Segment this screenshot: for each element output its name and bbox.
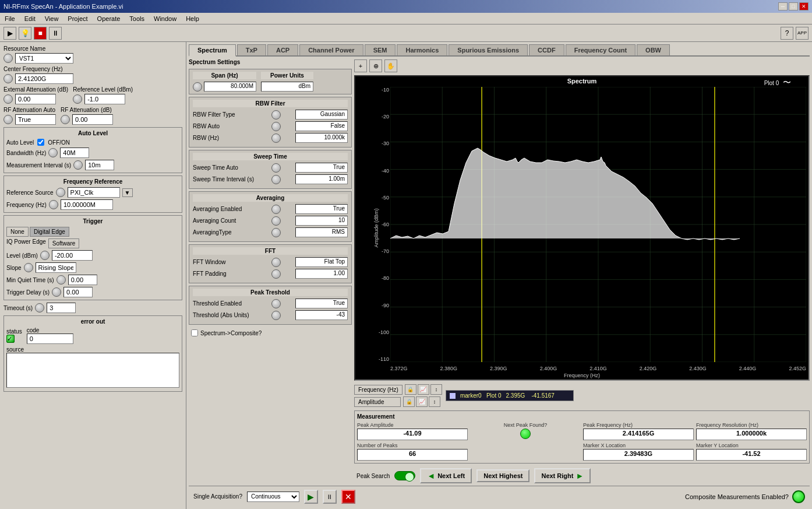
slope-input[interactable]: Rising Slope [36,262,76,273]
avg-type-value[interactable]: RMS [295,227,348,237]
fft-padding-knob[interactable] [271,269,281,279]
pause-button[interactable]: ⏸ [49,27,62,40]
ref-source-knob[interactable] [56,188,65,197]
run-button[interactable]: ▶ [304,490,318,504]
rbw-hz-value[interactable]: 10.000k [295,133,348,143]
menu-file[interactable]: File [2,15,17,23]
threshold-abs-knob[interactable] [271,311,281,320]
amp-lock-btn[interactable]: 🔒 [403,396,415,407]
close-button[interactable]: ✕ [799,2,809,10]
sweep-auto-knob[interactable] [271,163,281,173]
freq-lock-btn[interactable]: 🔒 [405,384,416,395]
menu-edit[interactable]: Edit [22,15,38,23]
avg-count-knob[interactable] [271,216,281,226]
auto-level-checkbox[interactable] [37,139,44,146]
resource-name-knob[interactable] [3,54,13,63]
threshold-abs-value[interactable]: -43 [295,310,348,320]
timeout-input[interactable]: 3 [47,303,76,313]
next-right-button[interactable]: Next Right ► [534,468,591,483]
min-quiet-knob[interactable] [57,275,66,285]
waveform-type-btn[interactable]: 〜 [783,78,791,87]
menu-tools[interactable]: Tools [127,15,147,23]
ext-atten-knob[interactable] [3,94,13,104]
avg-enabled-knob[interactable] [271,205,281,214]
rf-atten-auto-knob[interactable] [3,115,13,124]
menu-help[interactable]: Help [183,15,202,23]
next-highest-button[interactable]: Next Highest [476,469,529,482]
rbw-type-value[interactable]: Gaussian [295,110,348,120]
single-acquisition-select[interactable]: Continuous Single [247,492,299,502]
fft-window-knob[interactable] [271,258,281,267]
min-quiet-input[interactable]: 0.00 [68,275,97,285]
avg-count-value[interactable]: 10 [295,216,348,226]
run-arrow-button[interactable]: ▶ [3,27,16,40]
amp-graph-btn[interactable]: 📈 [416,396,428,407]
freq-cursor-btn[interactable]: ↕ [430,384,442,395]
level-knob[interactable] [40,251,50,260]
code-input[interactable]: 0 [27,334,73,344]
freq-hz-input[interactable]: 10.00000M [61,199,113,210]
trigger-none-btn[interactable]: None [6,227,29,237]
menu-view[interactable]: View [43,15,61,23]
source-textarea[interactable] [6,353,179,388]
meas-interval-input[interactable]: 10m [85,160,114,170]
menu-project[interactable]: Project [65,15,90,23]
sweep-auto-value[interactable]: True [295,163,348,173]
center-freq-input[interactable]: 2.41200G [15,73,73,84]
menu-operate[interactable]: Operate [95,15,123,23]
menu-window[interactable]: Window [151,15,179,23]
freq-graph-btn[interactable]: 📈 [418,384,429,395]
avg-enabled-value[interactable]: True [295,204,348,214]
tab-ccdf[interactable]: CCDF [529,44,564,55]
crosshair-btn[interactable]: ⊕ [369,59,382,72]
rbw-hz-knob[interactable] [271,134,281,143]
ref-source-input[interactable]: PXI_Clk [68,187,120,198]
trigger-delay-knob[interactable] [52,287,61,297]
timeout-knob[interactable] [35,303,44,313]
trigger-delay-input[interactable]: 0.00 [63,287,93,297]
threshold-enabled-knob[interactable] [271,299,281,308]
tab-sem[interactable]: SEM [365,44,396,55]
software-btn[interactable]: Software [48,238,79,248]
abort-button[interactable]: ✕ [341,490,355,504]
tab-frequency-count[interactable]: Frequency Count [566,44,636,55]
bandwidth-knob[interactable] [48,148,58,157]
peak-search-toggle[interactable] [394,471,415,480]
amp-cursor-btn[interactable]: ↕ [429,396,440,407]
slope-knob[interactable] [24,263,33,272]
tab-obw[interactable]: OBW [637,44,670,55]
tab-spectrum[interactable]: Spectrum [189,44,236,57]
app-button[interactable]: APP [796,27,809,40]
tab-txp[interactable]: TxP [237,44,266,55]
power-units-value[interactable]: dBm [261,82,313,92]
trigger-digital-edge-btn[interactable]: Digital Edge [30,227,69,237]
next-left-button[interactable]: ◄ Next Left [420,468,472,483]
rf-atten-input[interactable]: 0.00 [72,114,113,125]
level-input[interactable]: -20.00 [52,250,93,261]
fft-padding-value[interactable]: 1.00 [295,269,348,279]
ext-atten-input[interactable]: 0.00 [15,94,56,104]
zoom-in-btn[interactable]: + [354,59,367,72]
bandwidth-input[interactable]: 40M [60,148,89,158]
sweep-interval-knob[interactable] [271,175,281,184]
tab-harmonics[interactable]: Harmonics [397,44,447,55]
highlight-button[interactable]: 💡 [19,27,31,40]
spectrum-composite-checkbox[interactable] [191,329,198,336]
rf-atten-knob[interactable] [61,115,70,124]
sweep-interval-value[interactable]: 1.00m [295,174,348,184]
ref-level-input[interactable]: -1.0 [84,94,125,104]
freq-hz-knob[interactable] [49,200,58,209]
ref-source-dropdown-btn[interactable]: ▼ [122,188,133,197]
pause-button[interactable]: ⏸ [323,490,337,504]
tab-channel-power[interactable]: Channel Power [299,44,363,55]
maximize-button[interactable]: □ [789,2,798,10]
span-knob[interactable] [193,82,202,92]
pan-btn[interactable]: ✋ [384,59,397,72]
help-button[interactable]: ? [781,27,793,40]
minimize-button[interactable]: ─ [778,2,788,10]
center-freq-knob[interactable] [3,74,13,83]
span-value[interactable]: 80.000M [204,82,256,92]
tab-acp[interactable]: ACP [267,44,298,55]
threshold-enabled-value[interactable]: True [295,299,348,308]
fft-window-value[interactable]: Flat Top [295,257,348,267]
